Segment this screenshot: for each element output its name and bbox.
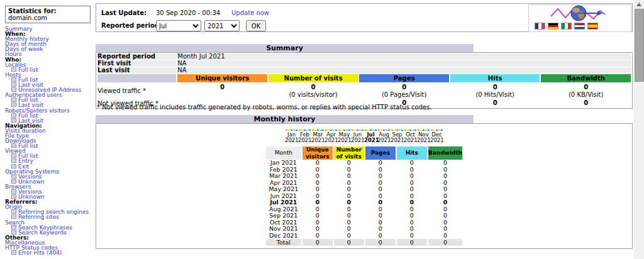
bar-pages (317, 130, 319, 131)
chart-month-oct: Oct2021 (404, 130, 417, 143)
list-icon (11, 214, 16, 219)
viewed-main-value: 0 (541, 83, 631, 91)
monthly-row-value: 0 (397, 199, 427, 206)
list-icon (11, 225, 16, 229)
statistics-for-box: Statistics for: domain.com (5, 6, 91, 23)
viewed-main-value: 0 (450, 83, 540, 91)
chart-year-label: 2021 (311, 138, 325, 143)
monthly-row: Mar 202100000 (266, 173, 462, 180)
monthly-row-value: 0 (303, 173, 333, 180)
bar-unique-visitors (325, 130, 327, 131)
monthly-row-value: 0 (397, 173, 427, 180)
monthly-history-chart: Jan2021Feb2021Mar2021Apr2021May2021Jun20… (96, 130, 632, 143)
statistics-domain: domain.com (8, 14, 87, 21)
flag-de-icon[interactable] (548, 23, 558, 30)
zero-bars-icon (404, 130, 417, 131)
monthly-row-month: Jan 2021 (266, 160, 301, 167)
summary-info-row: First visitNA (97, 60, 631, 67)
bar-unique-visitors (404, 130, 406, 131)
zero-bars-icon (391, 130, 404, 131)
summary-box: Reported periodMonth Jul 2021First visit… (96, 52, 633, 109)
bar-number-of-visits (341, 130, 343, 131)
viewed-sub-value: (0 Pages/Visit) (359, 91, 449, 98)
monthly-row-value: 0 (428, 160, 462, 167)
bar-bandwidth (414, 130, 416, 131)
vertical-scrollbar[interactable] (634, 0, 644, 259)
summary-header-row: Unique visitorsNumber of visitsPagesHits… (97, 74, 631, 82)
bar-unique-visitors (431, 130, 433, 131)
monthly-row-value: 0 (365, 186, 396, 193)
summary-info-row: Reported periodMonth Jul 2021 (97, 53, 631, 60)
bar-hits (386, 130, 387, 131)
chart-year-label: 2021 (364, 138, 377, 143)
chart-month-jun: Jun2021 (351, 130, 364, 143)
monthly-row-value: 0 (365, 199, 396, 206)
sidebar-link-full-list[interactable]: Full list (18, 67, 38, 73)
chart-year-label: 2021 (391, 138, 404, 143)
viewed-main-value: 0 (359, 83, 449, 91)
bar-pages (357, 130, 358, 131)
flag-nl-icon[interactable] (574, 23, 585, 30)
month-select[interactable]: Jul (156, 20, 201, 31)
monthly-row-value: 0 (303, 186, 333, 193)
list-icon (11, 174, 16, 179)
bar-unique-visitors (352, 130, 353, 131)
bar-hits (333, 130, 335, 131)
bar-hits (319, 130, 321, 131)
monthly-col-pages: Pages (365, 146, 396, 160)
monthly-col-number-of-visits: Number of visits (334, 146, 364, 160)
monthly-row: Jul 202100000 (266, 199, 462, 206)
zero-bars-icon (417, 130, 430, 131)
monthly-row-month: Dec 2021 (266, 233, 301, 240)
monthly-row: Dec 202100000 (266, 233, 462, 240)
list-icon (11, 194, 16, 199)
monthly-row-value: 0 (334, 160, 364, 167)
flag-fr-icon[interactable] (535, 23, 545, 30)
monthly-row-value: 0 (428, 212, 462, 219)
bar-unique-visitors (338, 130, 340, 131)
chart-month-jul: Jul2021 (364, 130, 377, 143)
bar-bandwidth (401, 130, 403, 131)
monthly-total-row: Total00000 (266, 239, 462, 246)
not-viewed-traffic-value: 0 (450, 99, 540, 107)
viewed-main-value: 0 (177, 83, 267, 91)
viewed-traffic-value: 0(0 Pages/Visit) (359, 83, 449, 98)
monthly-row-value: 0 (428, 233, 462, 240)
flag-it-icon[interactable] (561, 23, 572, 30)
viewed-main-value: 0 (269, 83, 358, 91)
monthly-total-value: 0 (334, 239, 364, 246)
chart-month-may: May2021 (338, 130, 351, 143)
zero-bars-icon (364, 130, 377, 131)
scrollbar-up-icon[interactable] (636, 3, 641, 6)
zero-bars-icon (351, 130, 364, 131)
ok-button[interactable]: OK (246, 20, 266, 31)
summary-info-label: Reported period (97, 53, 176, 60)
monthly-row-month: Nov 2021 (266, 226, 301, 233)
bar-hits (372, 130, 374, 131)
chart-month-aug: Aug2021 (377, 130, 391, 143)
not-viewed-traffic-value: 0 (541, 99, 631, 107)
flag-es-icon[interactable] (587, 23, 598, 30)
monthly-row-value: 0 (365, 173, 396, 180)
monthly-row-value: 0 (303, 199, 333, 206)
list-icon (11, 250, 16, 255)
bar-number-of-visits (301, 130, 303, 131)
summary-footnote: * Not viewed traffic includes traffic ge… (97, 104, 432, 111)
monthly-col-unique-visitors: Unique visitors (303, 146, 333, 160)
bar-bandwidth (375, 130, 377, 131)
zero-bars-icon (285, 130, 298, 131)
summary-info-row: Last visitNA (97, 67, 631, 74)
sidebar-row: Error Hits (404) (5, 250, 94, 255)
sidebar-link-error-hits-404[interactable]: Error Hits (404) (18, 250, 62, 256)
scrollbar-thumb[interactable] (635, 9, 644, 82)
list-icon (11, 102, 16, 107)
bar-pages (383, 130, 385, 131)
bar-number-of-visits (433, 130, 435, 131)
bar-number-of-visits (380, 130, 382, 131)
viewed-sub-value: (0 visits/visitor) (269, 91, 358, 98)
update-now-link[interactable]: Update now (231, 9, 269, 16)
chart-year-label: 2021 (351, 138, 364, 143)
year-select[interactable]: 2021 (204, 20, 240, 31)
monthly-row-value: 0 (334, 233, 364, 240)
sidebar: Statistics for: domain.com SummaryWhen:M… (5, 6, 94, 255)
